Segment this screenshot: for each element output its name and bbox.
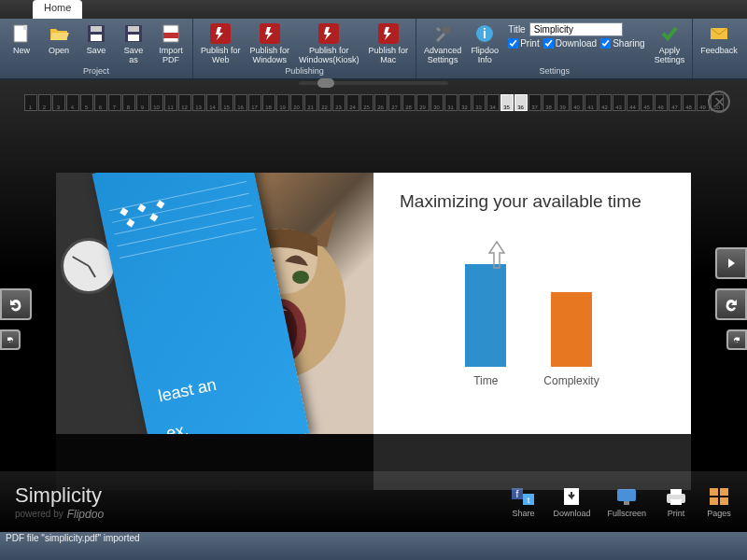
page-thumb[interactable]: 38 xyxy=(543,94,556,111)
right-page: Maximizing your available time Time Comp… xyxy=(374,173,691,434)
page-thumb[interactable]: 42 xyxy=(599,94,612,111)
page-heading: Maximizing your available time xyxy=(400,191,665,212)
publish-windows-button[interactable]: Publish for Windows xyxy=(247,21,294,66)
import-pdf-button[interactable]: Import PDF xyxy=(153,21,189,66)
page-thumb[interactable]: 19 xyxy=(276,94,289,111)
page-thumb[interactable]: 6 xyxy=(94,94,107,111)
page-thumb[interactable]: 25 xyxy=(360,94,374,111)
page-thumb[interactable]: 45 xyxy=(641,94,654,111)
page-thumb[interactable]: 11 xyxy=(164,94,177,111)
page-thumb[interactable]: 39 xyxy=(557,94,570,111)
svg-rect-7 xyxy=(128,35,139,41)
floppy-icon xyxy=(122,22,145,45)
preview-area: 1234567891011121314151617181920212223242… xyxy=(0,79,747,471)
page-thumb[interactable]: 23 xyxy=(332,94,345,111)
page-thumb[interactable]: 20 xyxy=(290,94,303,111)
page-thumb[interactable]: 35 xyxy=(500,94,514,111)
help-button[interactable]: Help xyxy=(743,21,747,57)
download-checkbox[interactable]: Download xyxy=(543,38,597,49)
page-thumb[interactable]: 5 xyxy=(80,94,93,111)
page-thumb[interactable]: 41 xyxy=(585,94,598,111)
page-thumb[interactable]: 31 xyxy=(444,94,458,111)
sharing-checkbox[interactable]: Sharing xyxy=(600,38,644,49)
next-page-button[interactable] xyxy=(715,247,747,279)
grid-icon xyxy=(706,486,732,507)
new-button[interactable]: New xyxy=(4,21,39,57)
svg-rect-31 xyxy=(617,489,636,501)
page-thumb[interactable]: 26 xyxy=(374,94,388,111)
page-thumb[interactable]: 33 xyxy=(472,94,486,111)
open-button[interactable]: Open xyxy=(41,21,77,57)
page-thumb[interactable]: 12 xyxy=(178,94,191,111)
page-thumb[interactable]: 15 xyxy=(220,94,233,111)
save-as-button[interactable]: Save as xyxy=(116,21,151,66)
page-thumb[interactable]: 10 xyxy=(150,94,163,111)
group-title: Project xyxy=(4,66,189,77)
page-thumb[interactable]: 43 xyxy=(613,94,626,111)
page-thumb[interactable]: 32 xyxy=(458,94,472,111)
page-thumb[interactable]: 34 xyxy=(486,94,500,111)
zoom-slider[interactable] xyxy=(299,81,448,85)
tab-home[interactable]: Home xyxy=(33,0,82,19)
page-thumb[interactable]: 7 xyxy=(108,94,121,111)
page-thumb[interactable]: 30 xyxy=(430,94,444,111)
page-thumb[interactable]: 28 xyxy=(402,94,416,111)
redo-small-button[interactable] xyxy=(726,329,747,350)
undo-small-button[interactable] xyxy=(0,329,21,350)
page-thumb[interactable]: 3 xyxy=(52,94,65,111)
group-title: Information xyxy=(697,66,747,77)
advanced-settings-button[interactable]: Advanced Settings xyxy=(420,21,465,66)
page-thumb[interactable]: 8 xyxy=(122,94,135,111)
page-thumb[interactable]: 16 xyxy=(234,94,247,111)
download-button[interactable]: Download xyxy=(553,486,590,518)
powered-by: powered by Flipdoo xyxy=(15,508,510,521)
page-thumb[interactable]: 27 xyxy=(388,94,402,111)
page-thumb[interactable]: 40 xyxy=(571,94,584,111)
publish-kiosk-button[interactable]: Publish for Windows(Kiosk) xyxy=(295,21,363,66)
flash-icon xyxy=(209,22,232,45)
print-checkbox[interactable]: Print xyxy=(508,38,540,49)
print-button[interactable]: Print xyxy=(663,486,689,518)
page-thumb[interactable]: 2 xyxy=(38,94,51,111)
chart: Time Complexity xyxy=(400,231,665,415)
share-button[interactable]: ft Share xyxy=(510,486,536,518)
redo-button[interactable] xyxy=(715,288,747,320)
flipbook[interactable]: ◆◆◆ ◆◆ least an ex. Maximizing your avai… xyxy=(56,173,691,434)
page-thumb[interactable]: 18 xyxy=(262,94,275,111)
status-text: PDF file "simplicity.pdf" imported xyxy=(6,533,140,543)
page-thumb[interactable]: 4 xyxy=(66,94,79,111)
page-thumb[interactable]: 37 xyxy=(529,94,542,111)
svg-rect-9 xyxy=(163,33,178,38)
page-thumb[interactable]: 14 xyxy=(206,94,219,111)
save-button[interactable]: Save xyxy=(78,21,114,57)
turning-page-text: ex. xyxy=(164,399,288,434)
fullscreen-button[interactable]: Fullscreen xyxy=(607,486,646,518)
svg-rect-1 xyxy=(23,25,27,30)
page-thumb[interactable]: 13 xyxy=(192,94,205,111)
apply-settings-button[interactable]: Apply Settings xyxy=(651,21,689,66)
page-thumb[interactable]: 36 xyxy=(514,94,528,111)
page-thumb[interactable]: 1 xyxy=(24,94,37,111)
page-thumb[interactable]: 29 xyxy=(416,94,430,111)
publish-web-button[interactable]: Publish for Web xyxy=(197,21,245,66)
page-thumb[interactable]: 21 xyxy=(304,94,317,111)
page-thumb[interactable]: 24 xyxy=(346,94,359,111)
folder-open-icon xyxy=(48,22,70,45)
page-thumb[interactable]: 47 xyxy=(669,94,682,111)
title-input[interactable] xyxy=(529,22,623,36)
feedback-button[interactable]: Feedback xyxy=(697,21,741,57)
page-thumb[interactable]: 17 xyxy=(248,94,261,111)
flipdoo-info-button[interactable]: i Flipdoo Info xyxy=(467,21,502,66)
pages-button[interactable]: Pages xyxy=(706,486,732,518)
publish-mac-button[interactable]: Publish for Mac xyxy=(365,21,413,66)
undo-button[interactable] xyxy=(0,288,32,320)
info-icon: i xyxy=(473,22,496,45)
page-thumb[interactable]: 46 xyxy=(655,94,668,111)
page-thumb[interactable]: 48 xyxy=(683,94,696,111)
page-thumb[interactable]: 22 xyxy=(318,94,331,111)
group-title: Settings xyxy=(420,66,688,77)
page-thumb[interactable]: 9 xyxy=(136,94,149,111)
page-thumb[interactable]: 44 xyxy=(627,94,640,111)
close-button[interactable]: ✕ xyxy=(708,91,730,113)
ribbon-group-settings: Advanced Settings i Flipdoo Info Title P… xyxy=(416,19,693,78)
